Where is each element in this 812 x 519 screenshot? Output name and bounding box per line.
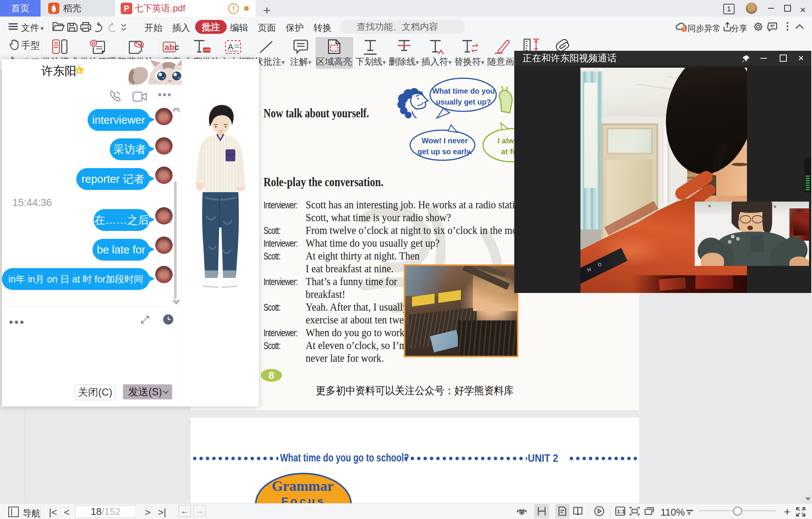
svg-text:A: A [228, 42, 233, 52]
svg-text:ab: ab [165, 42, 174, 52]
svg-text:!: ! [683, 27, 685, 32]
svg-text:c: c [174, 42, 179, 52]
